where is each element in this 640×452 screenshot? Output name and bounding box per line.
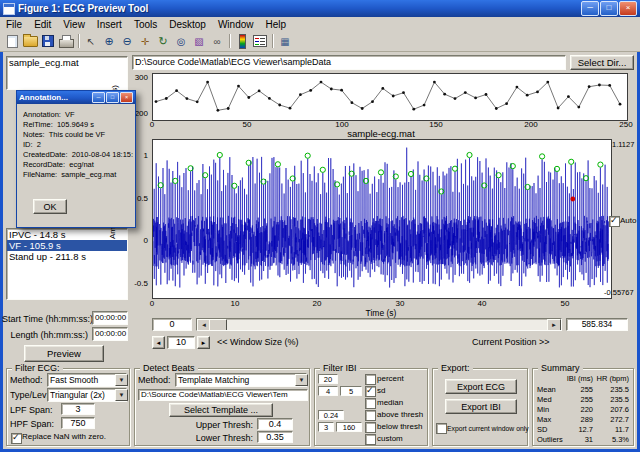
menu-file[interactable]: File <box>0 19 28 30</box>
summary-row-ibi: 255 <box>563 395 593 404</box>
lower-thresh-field[interactable]: 0.35 <box>257 431 293 443</box>
replace-nan-checkbox[interactable] <box>11 433 22 444</box>
close-button[interactable]: × <box>619 1 637 16</box>
upper-thresh-field[interactable]: 0.4 <box>257 418 293 430</box>
custom-checkbox[interactable] <box>365 434 376 445</box>
percent-value-field[interactable]: 20 <box>318 374 338 384</box>
window-size-field[interactable]: 10 <box>167 336 195 349</box>
filter-method-label: Method: <box>10 375 43 386</box>
plot-tools-icon[interactable]: ▦ <box>276 33 294 50</box>
below-thresh-field1[interactable]: 3 <box>318 422 334 432</box>
menu-view[interactable]: View <box>57 19 91 30</box>
beat-method-dropdown[interactable]: Template Matching <box>175 373 307 387</box>
filter-type-label: Type/Lev: <box>10 390 49 401</box>
summary-row-name: SD <box>537 425 563 434</box>
below-thresh-checkbox[interactable] <box>365 422 376 433</box>
summary-row-max: Max 289 272.7 <box>537 415 629 424</box>
start-time-field[interactable]: 00:00:00 <box>92 311 128 325</box>
link-plot-icon[interactable]: ∞ <box>208 33 226 50</box>
preview-button[interactable]: Preview <box>24 345 104 362</box>
current-position-label: Current Position >> <box>472 337 550 348</box>
sd-value2-field[interactable]: 5 <box>340 386 362 396</box>
window-size-label: << Window Size (%) <box>217 337 299 348</box>
annotation-list-item-selected[interactable]: VF - 105.9 s <box>7 240 127 251</box>
zoom-in-icon[interactable]: ⊕ <box>100 33 118 50</box>
insert-colorbar-icon[interactable] <box>233 33 251 50</box>
menu-tools[interactable]: Tools <box>128 19 163 30</box>
total-length-field[interactable]: 585.834 <box>566 318 628 331</box>
hpf-span-field[interactable]: 750 <box>61 417 95 429</box>
data-dir-field[interactable]: D:\Source Code\Matlab\ECG Viewer\sampleD… <box>132 55 566 70</box>
sd-checkbox[interactable] <box>365 386 376 397</box>
dialog-maximize-button[interactable]: □ <box>106 92 119 103</box>
position-slider[interactable]: ◄ ► <box>196 318 562 331</box>
dialog-field-id: ID: 2 <box>23 140 133 150</box>
dialog-minimize-button[interactable]: ─ <box>92 92 105 103</box>
chevron-down-icon[interactable]: ▼ <box>115 374 128 386</box>
brush-icon[interactable]: ▧ <box>190 33 208 50</box>
above-thresh-checkbox[interactable] <box>365 410 376 421</box>
summary-row-name: Mean <box>537 385 563 394</box>
start-time-label: Start Time (hh:mm:ss:) <box>2 314 88 325</box>
ecg-xtick: 40 <box>478 299 487 308</box>
length-field[interactable]: 00:00:00 <box>92 327 128 341</box>
edit-plot-icon[interactable]: ↖ <box>82 33 100 50</box>
lpf-span-field[interactable]: 3 <box>61 403 95 415</box>
rotate-3d-icon[interactable]: ↻ <box>154 33 172 50</box>
hpf-span-label: HPF Span: <box>10 419 54 430</box>
menu-window[interactable]: Window <box>212 19 260 30</box>
above-thresh-field[interactable]: 0.24 <box>318 410 344 420</box>
pan-icon[interactable]: ✛ <box>136 33 154 50</box>
summary-row-med: Med 255 235.5 <box>537 395 629 404</box>
minimize-button[interactable]: ─ <box>581 1 599 16</box>
annotation-dialog: Annotation... ─ □ × Annotation: VF RelTi… <box>16 90 136 228</box>
slider-right-arrow[interactable]: ► <box>547 319 561 331</box>
chevron-down-icon[interactable]: ▼ <box>115 389 128 401</box>
data-cursor-icon[interactable]: ◎ <box>172 33 190 50</box>
below-thresh-field2[interactable]: 160 <box>336 422 362 432</box>
percent-checkbox[interactable] <box>365 374 376 385</box>
select-dir-button[interactable]: Select Dir... <box>570 55 634 70</box>
dialog-field-createddate: CreatedDate: 2010-08-04 18:15:01.0 <box>23 150 133 160</box>
save-figure-icon[interactable] <box>39 33 57 50</box>
maximize-button[interactable]: □ <box>600 1 618 16</box>
dialog-title-bar: Annotation... ─ □ × <box>17 91 135 104</box>
window-size-increase-button[interactable]: ► <box>197 336 210 349</box>
file-list-item[interactable]: sample_ecg.mat <box>7 57 127 68</box>
summary-row-name: Max <box>537 415 563 424</box>
lower-thresh-label: Lower Thresh: <box>191 433 253 444</box>
dialog-ok-button[interactable]: OK <box>33 199 67 214</box>
window-start-field[interactable]: 0 <box>152 318 192 331</box>
window-size-decrease-button[interactable]: ◄ <box>152 336 165 349</box>
export-ibi-button[interactable]: Export IBI <box>445 399 517 414</box>
print-icon[interactable] <box>57 33 75 50</box>
dialog-close-button[interactable]: × <box>120 92 133 103</box>
export-window-checkbox[interactable] <box>436 423 447 434</box>
menu-insert[interactable]: Insert <box>91 19 128 30</box>
export-ecg-button[interactable]: Export ECG <box>445 379 517 394</box>
sd-value1-field[interactable]: 4 <box>318 386 338 396</box>
template-path-field[interactable]: D:\Source Code\Matlab\ECG Viewer\Tem <box>138 389 308 401</box>
zoom-out-icon[interactable]: ⊖ <box>118 33 136 50</box>
slider-thumb[interactable] <box>209 319 227 331</box>
median-checkbox[interactable] <box>365 398 376 409</box>
open-file-icon[interactable] <box>21 33 39 50</box>
ecg-ytick: 0 <box>126 236 148 245</box>
tachogram-xtick: 250 <box>619 120 632 129</box>
toolbar-separator <box>78 34 79 48</box>
summary-title: Summary <box>538 363 583 373</box>
menu-desktop[interactable]: Desktop <box>163 19 212 30</box>
annotation-list-item[interactable]: Stand up - 211.8 s <box>7 251 127 262</box>
menu-help[interactable]: Help <box>260 19 293 30</box>
summary-row-hr: 207.6 <box>593 405 629 414</box>
select-template-button[interactable]: Select Template ... <box>169 403 273 417</box>
chevron-down-icon[interactable]: ▼ <box>295 374 308 386</box>
new-figure-icon[interactable] <box>3 33 21 50</box>
percent-label: percent <box>377 374 404 384</box>
beat-method-label: Method: <box>138 375 171 386</box>
summary-row-ibi: 220 <box>563 405 593 414</box>
above-thresh-label: above thresh <box>377 410 423 420</box>
auto-scale-checkbox[interactable] <box>609 216 620 227</box>
insert-legend-icon[interactable] <box>251 33 269 50</box>
menu-edit[interactable]: Edit <box>28 19 57 30</box>
